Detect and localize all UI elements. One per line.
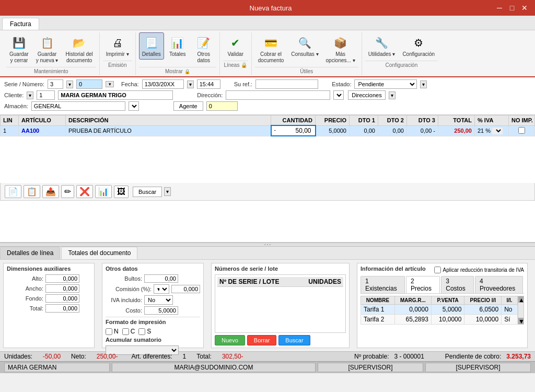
guardar-cerrar-button[interactable]: 💾 Guardary cerrar: [6, 32, 32, 66]
tab-existencias[interactable]: 1 Existencias: [360, 276, 405, 293]
fecha-dropdown[interactable]: ▾: [187, 80, 194, 88]
almacen-select[interactable]: [129, 101, 139, 111]
imprimir-button[interactable]: 🖨 Imprimir ▾: [103, 32, 132, 60]
tab-costos[interactable]: 3 Costos: [441, 276, 474, 293]
consultas-button[interactable]: 🔍 Consultas ▾: [288, 32, 321, 60]
numero-input[interactable]: [76, 79, 102, 89]
direccion-select[interactable]: [333, 90, 344, 100]
agente-input[interactable]: [206, 101, 238, 111]
table-row[interactable]: 1 AA100 PRUEBA DE ARTÍCULO - 50,00 5,000…: [1, 125, 535, 136]
cell-precio[interactable]: 5,0000: [316, 125, 350, 136]
historial-button[interactable]: 📂 Historial deldocumento: [63, 32, 96, 66]
iva-reduccion-check[interactable]: [434, 267, 441, 273]
fecha-input[interactable]: [142, 79, 184, 89]
close-button[interactable]: ✕: [519, 3, 530, 13]
total-input[interactable]: [45, 304, 79, 313]
buscar-dropdown[interactable]: ▾: [164, 187, 171, 196]
ivaincluido-select[interactable]: NoSí: [144, 295, 173, 305]
cantidad-decrement[interactable]: -: [274, 127, 276, 133]
costo-input[interactable]: [144, 306, 178, 315]
comision-input[interactable]: [171, 285, 200, 293]
serie-dropdown[interactable]: ▾: [66, 80, 73, 88]
utiles-buttons: 💳 Cobrar eldocumento 🔍 Consultas ▾ 📦 Más…: [255, 32, 358, 66]
check-c[interactable]: [122, 328, 129, 335]
cell-dto1[interactable]: 0,00: [350, 125, 378, 136]
cell-descripcion[interactable]: PRUEBA DE ARTÍCULO: [66, 125, 271, 136]
almacen-input[interactable]: [31, 101, 125, 111]
cliente-dropdown[interactable]: ▾: [27, 91, 33, 99]
mas-opciones-icon: 📦: [332, 34, 349, 51]
splitter[interactable]: [0, 243, 535, 247]
cell-dto2[interactable]: 0,00: [378, 125, 407, 136]
cell-articulo[interactable]: AA100: [19, 125, 66, 136]
direcciones-dropdown[interactable]: ▾: [389, 91, 396, 99]
piva-select[interactable]: ▾: [492, 128, 503, 134]
buscar-lote-button[interactable]: Buscar: [278, 335, 310, 345]
ancho-input[interactable]: [45, 284, 79, 293]
tab-factura[interactable]: Factura: [2, 18, 39, 30]
utilidades-button[interactable]: 🔧 Utilidades ▾: [365, 32, 399, 60]
cliente-name-input[interactable]: [58, 90, 173, 100]
validar-button[interactable]: ✔ Validar: [223, 32, 248, 60]
scroll-down[interactable]: ▼: [518, 318, 524, 324]
cobrar-button[interactable]: 💳 Cobrar eldocumento: [255, 32, 287, 66]
check-s[interactable]: [138, 328, 145, 335]
edit-row-button[interactable]: ✏: [61, 185, 74, 198]
delete-row-button[interactable]: ❌: [76, 185, 93, 198]
cell-piva[interactable]: 21 % ▾: [475, 125, 509, 136]
view1-button[interactable]: 📊: [95, 185, 112, 198]
estado-select[interactable]: Pendiente: [354, 79, 417, 89]
borrar-button[interactable]: Borrar: [247, 335, 277, 345]
check-n[interactable]: [106, 328, 112, 335]
numero-spinner[interactable]: ▾: [106, 81, 114, 87]
minimize-button[interactable]: ─: [494, 3, 505, 13]
cell-noimp[interactable]: [509, 125, 535, 136]
col-descripcion: DESCRIPCIÓN: [66, 116, 271, 126]
info-scrollbar[interactable]: ▲ ▼: [518, 296, 524, 325]
col-precio-ii: PRECIO I/I: [464, 296, 502, 305]
agente-button[interactable]: Agente: [173, 101, 203, 111]
maximize-button[interactable]: □: [507, 3, 517, 13]
cliente-id-input[interactable]: [37, 90, 55, 100]
table-row[interactable]: Tarifa 2 65,2893 10,0000 10,0000 Sí: [361, 315, 518, 325]
tab-proveedores[interactable]: 4 Proveedores: [475, 276, 523, 293]
bottom-tab-detalles[interactable]: Detalles de línea: [0, 247, 60, 259]
estado-dropdown[interactable]: ▾: [420, 80, 427, 88]
hora-input[interactable]: [197, 79, 220, 89]
art-dif-value: 1: [183, 353, 187, 360]
window-controls: ─ □ ✕: [494, 3, 530, 13]
comision-select[interactable]: ▾: [154, 284, 169, 294]
new-row-button[interactable]: 📄: [5, 185, 21, 198]
scroll-up[interactable]: ▲: [518, 296, 524, 303]
cell-cantidad[interactable]: - 50,00: [271, 125, 316, 136]
bottom-tab-totales[interactable]: Totales del documento: [61, 247, 137, 259]
table-row[interactable]: Tarifa 1 0,0000 5,0000 6,0500 No: [361, 305, 518, 315]
view2-button[interactable]: 🖼: [114, 186, 129, 198]
cell-dto3[interactable]: 0,00 -: [407, 125, 438, 136]
paste-row-button[interactable]: 📤: [42, 185, 59, 198]
direcciones-button[interactable]: Direcciones: [348, 90, 385, 100]
fondo-input[interactable]: [45, 294, 79, 303]
mas-opciones-button[interactable]: 📦 Másopciones... ▾: [323, 32, 358, 66]
otros-datos-button[interactable]: 📝 Otrosdatos: [191, 32, 216, 66]
guardar-nueva-button[interactable]: 📋 Guardary nueva ▾: [33, 32, 62, 66]
totales-button[interactable]: 📊 Totales: [165, 32, 190, 60]
estado-label: Estado:: [332, 81, 351, 87]
noimp-checkbox[interactable]: [518, 127, 525, 134]
nuevo-button[interactable]: Nuevo: [215, 335, 245, 345]
configuracion-button[interactable]: ⚙ Configuración: [399, 32, 438, 60]
costo-row: Costo:: [106, 306, 200, 315]
suref-input[interactable]: [255, 79, 318, 89]
buscar-button[interactable]: Buscar: [133, 187, 162, 197]
direccion-input[interactable]: [226, 90, 330, 100]
unidades-label: Unidades:: [4, 353, 32, 360]
detalles-button[interactable]: 📃 Detalles: [139, 32, 164, 60]
alto-input[interactable]: [45, 274, 79, 283]
tarifa2-precio: 10,0000: [464, 315, 502, 325]
serie-input[interactable]: [48, 79, 63, 89]
tab-precios[interactable]: 2 Precios: [406, 276, 440, 293]
col-dto3: DTO 3: [407, 116, 438, 126]
bultos-input[interactable]: [144, 274, 178, 283]
copy-row-button[interactable]: 📋: [24, 185, 40, 198]
neto-label: Neto:: [71, 353, 86, 360]
